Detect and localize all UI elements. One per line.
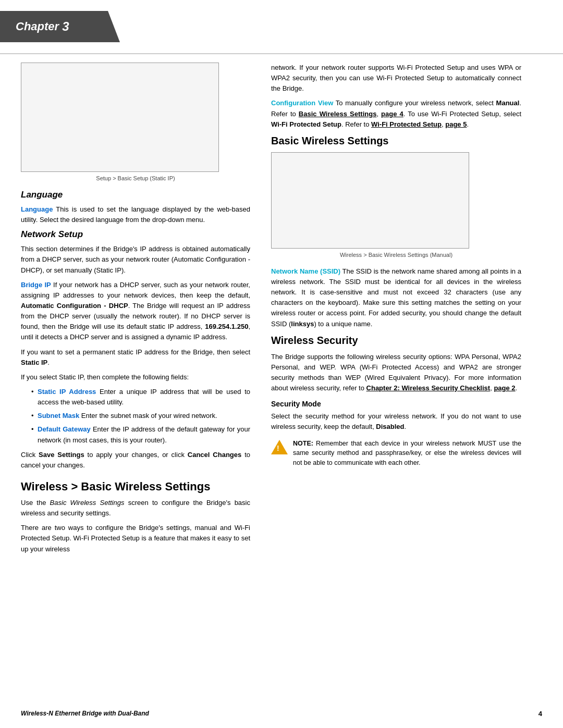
- cancel-changes-bold: Cancel Changes: [188, 451, 241, 459]
- chapter-tab: Chapter 3: [0, 11, 120, 42]
- screenshot-static-ip-caption: Setup > Basic Setup (Static IP): [21, 175, 250, 181]
- config-view-link1: Basic Wireless Settings: [299, 110, 377, 118]
- static-ip-bold: Static IP: [21, 359, 47, 366]
- note-bold: NOTE:: [293, 440, 313, 447]
- security-mode-heading: Security Mode: [271, 400, 521, 408]
- footer-left: Wireless-N Ethernet Bridge with Dual-Ban…: [21, 710, 149, 718]
- config-view-link3: Wi-Fi Protected Setup: [371, 120, 442, 128]
- screenshot-wireless: [271, 152, 469, 249]
- wireless-intro-italic: Basic Wireless Settings: [50, 499, 125, 507]
- language-heading: Language: [21, 190, 250, 200]
- bridge-ip-ip: 169.254.1.250: [205, 323, 248, 330]
- list-item: Default Gateway Enter the IP address of …: [31, 424, 250, 445]
- config-view-text5: . Refer to: [341, 120, 371, 128]
- footer-right: 4: [538, 710, 542, 718]
- bridge-ip-term: Bridge IP: [21, 281, 51, 289]
- chapter-label: Chapter: [16, 20, 59, 33]
- network-name-text2: ) to a unique name.: [314, 320, 372, 328]
- language-text: This is used to set the language display…: [21, 205, 250, 224]
- config-view-text7: .: [467, 120, 469, 128]
- bullet-term-0: Static IP Address: [38, 388, 96, 396]
- page: Chapter 3 Setup > Basic Setup (Static IP…: [0, 0, 563, 728]
- static-ip-para2: If you select Static IP, then complete t…: [21, 372, 250, 382]
- wireless-security-p1: The Bridge supports the following wirele…: [271, 352, 521, 394]
- bullet-text-1: Enter the subnet mask of your wired netw…: [81, 412, 217, 419]
- network-setup-heading: Network Setup: [21, 229, 250, 240]
- wireless-security-link2: page 2: [494, 384, 515, 392]
- config-view-link2: page 4: [381, 110, 403, 118]
- note-text: NOTE: Remember that each device in your …: [293, 439, 521, 468]
- left-column: Setup > Basic Setup (Static IP) Language…: [21, 63, 266, 559]
- wireless-intro-p1: Use the Basic Wireless Settings screen t…: [21, 498, 250, 519]
- bridge-ip-bold1: Automatic Configuration - DHCP: [21, 302, 128, 310]
- bullet-term-2: Default Gateway: [38, 425, 91, 433]
- screenshot-wireless-caption: Wireless > Basic Wireless Settings (Manu…: [271, 252, 521, 258]
- right-top-p1: network. If your network router supports…: [271, 63, 521, 94]
- network-name-text: The SSID is the network name shared amon…: [271, 267, 521, 328]
- network-setup-p1: This section determines if the Bridge's …: [21, 244, 250, 275]
- network-name-bold: linksys: [291, 320, 314, 328]
- note-text-content: Remember that each device in your wirele…: [293, 440, 521, 467]
- network-name-para: Network Name (SSID) The SSID is the netw…: [271, 266, 521, 329]
- top-divider: [0, 53, 563, 54]
- note-box: NOTE: Remember that each device in your …: [271, 439, 521, 472]
- config-view-text3: ,: [376, 110, 381, 118]
- config-view-text: To manually configure your wireless netw…: [333, 99, 496, 107]
- config-view-term: Configuration View: [271, 99, 333, 107]
- list-item: Static IP Address Enter a unique IP addr…: [31, 387, 250, 408]
- save-settings-para: Click Save Settings to apply your change…: [21, 450, 250, 471]
- wireless-intro-text: Use the: [21, 499, 50, 507]
- config-view-para: Configuration View To manually configure…: [271, 98, 521, 129]
- screenshot-static-ip: [21, 63, 219, 172]
- wireless-security-text3: .: [516, 384, 518, 392]
- save-settings-text: Click: [21, 451, 39, 459]
- bridge-ip-text: If your network has a DHCP server, such …: [21, 281, 250, 299]
- bridge-ip-para: Bridge IP If your network has a DHCP ser…: [21, 280, 250, 343]
- chapter-header: Chapter 3: [0, 0, 563, 53]
- static-ip-text1: If you want to set a permanent static IP…: [21, 348, 250, 356]
- page-footer: Wireless-N Ethernet Bridge with Dual-Ban…: [0, 710, 563, 718]
- security-mode-p1: Select the security method for your wire…: [271, 411, 521, 432]
- content-wrapper: Setup > Basic Setup (Static IP) Language…: [0, 63, 563, 559]
- save-settings-text2: to apply your changes, or click: [84, 451, 188, 459]
- chapter-number: 3: [62, 19, 69, 34]
- config-view-text4: . To use Wi-Fi Protected Setup, select: [403, 110, 521, 118]
- language-term: Language: [21, 205, 53, 213]
- static-ip-text1-end: .: [47, 359, 50, 366]
- language-paragraph: Language This is used to set the languag…: [21, 204, 250, 225]
- save-settings-bold: Save Settings: [39, 451, 84, 459]
- bullet-list: Static IP Address Enter a unique IP addr…: [31, 387, 250, 446]
- config-view-bold1: Manual: [496, 99, 520, 107]
- note-icon: [271, 440, 288, 454]
- config-view-bold2: Wi-Fi Protected Setup: [271, 120, 341, 128]
- right-column: network. If your network router supports…: [266, 63, 521, 559]
- wireless-security-link: Chapter 2: Wireless Security Checklist: [366, 384, 491, 392]
- static-ip-para1: If you want to set a permanent static IP…: [21, 347, 250, 368]
- list-item: Subnet Mask Enter the subnet mask of you…: [31, 411, 250, 421]
- basic-wireless-settings-heading: Basic Wireless Settings: [271, 135, 521, 147]
- bullet-term-1: Subnet Mask: [38, 412, 79, 419]
- wireless-section-title: Wireless > Basic Wireless Settings: [21, 480, 250, 493]
- wireless-intro-p2: There are two ways to configure the Brid…: [21, 523, 250, 554]
- config-view-link4: page 5: [445, 120, 467, 128]
- security-mode-text-end: .: [405, 423, 407, 430]
- security-mode-disabled: Disabled: [376, 423, 404, 430]
- network-name-term: Network Name (SSID): [271, 267, 340, 275]
- wireless-security-heading: Wireless Security: [271, 335, 521, 347]
